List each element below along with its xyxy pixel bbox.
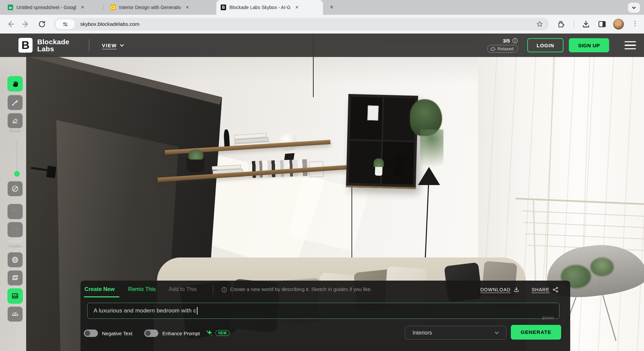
speed-badge-label: Relaxed	[497, 46, 514, 51]
download-icon	[514, 287, 519, 292]
url-text[interactable]: skybox.blockadelabs.com	[80, 21, 536, 27]
tab-add-to-this[interactable]: Add to This	[169, 286, 197, 292]
negative-text-label: Negative Text	[102, 331, 132, 336]
browser-tab-sheets[interactable]: Untitled spreadsheet - Googl ×	[3, 0, 103, 15]
forward-icon[interactable]	[21, 20, 30, 28]
svg-text:B: B	[222, 5, 225, 10]
active-tab-underline	[84, 296, 119, 297]
generate-button[interactable]: GENERATE	[511, 325, 561, 340]
tab-create-new[interactable]: Create New	[85, 286, 115, 292]
image-icon	[11, 292, 19, 300]
close-icon[interactable]: ×	[293, 4, 300, 11]
no-draw-tool-button[interactable]	[7, 181, 23, 196]
blockade-logo-text[interactable]: Blockade Labs	[37, 38, 69, 52]
browser-tab-blockade-active[interactable]: B Blockade Labs Skybox - AI-G ×	[216, 0, 323, 15]
info-icon[interactable]	[512, 38, 518, 44]
reload-icon[interactable]	[38, 20, 46, 28]
close-icon[interactable]: ×	[184, 4, 191, 11]
undo-icon	[11, 208, 19, 216]
blockade-labs-favicon: B	[220, 4, 226, 10]
google-slides-icon	[110, 4, 116, 10]
sphere-guide-button[interactable]	[7, 252, 23, 268]
guides-section-label: Guides	[7, 243, 23, 248]
toolbar-divider	[574, 21, 574, 27]
prompt-input-value: A luxurious and modern bedroom with c	[94, 307, 196, 314]
enhance-prompt-label: Enhance Prompt	[162, 331, 200, 336]
address-bar[interactable]: skybox.blockadelabs.com	[54, 18, 549, 31]
style-dropdown[interactable]: Interiors	[405, 326, 506, 340]
site-header: B Blockade Labs VIEW 3/5 Relaxed LOGIN S…	[0, 34, 644, 57]
prompt-panel: Create New Remix This Add to This Create…	[80, 281, 570, 351]
close-icon[interactable]: ×	[79, 4, 86, 11]
brush-size-slider-thumb[interactable]	[14, 171, 20, 177]
browser-tab-strip: Untitled spreadsheet - Googl × Interior …	[0, 0, 644, 15]
dome-icon	[11, 310, 19, 318]
bookmark-star-icon[interactable]	[536, 20, 543, 28]
hamburger-menu-icon[interactable]	[625, 41, 636, 50]
scene-wire	[352, 186, 352, 268]
pan-tool-button[interactable]	[7, 76, 23, 92]
signup-button[interactable]: SIGN UP	[569, 38, 609, 52]
scene-balcony-plant	[590, 257, 614, 276]
google-sheets-icon	[7, 4, 13, 10]
chevron-down-icon	[632, 5, 636, 10]
back-icon[interactable]	[6, 20, 15, 28]
redo-icon	[11, 226, 19, 234]
browser-toolbar: skybox.blockadelabs.com ⋮	[0, 15, 644, 34]
credits-counter: 3/5	[503, 38, 510, 44]
dome-guide-button[interactable]	[7, 306, 23, 322]
prompt-input[interactable]: A luxurious and modern bedroom with c	[87, 303, 559, 319]
globe-icon	[11, 256, 19, 264]
skybox-app-page: B Blockade Labs VIEW 3/5 Relaxed LOGIN S…	[0, 34, 644, 351]
tab-remix-this[interactable]: Remix This	[128, 286, 156, 292]
scene-plant-pot	[186, 158, 205, 172]
info-icon	[221, 287, 227, 293]
new-tab-button[interactable]: +	[327, 3, 336, 12]
header-divider	[89, 39, 89, 51]
brush-section-label: Brush	[7, 128, 23, 133]
scene-succulent	[189, 150, 203, 160]
tab-title: Blockade Labs Skybox - AI-G	[229, 5, 290, 10]
scene-unit-pot	[375, 166, 383, 176]
brush-icon	[11, 99, 19, 107]
eraser-tool-button[interactable]	[7, 113, 23, 128]
image-guide-button-active[interactable]	[7, 288, 23, 304]
cloud-icon	[490, 47, 495, 51]
download-link[interactable]: DOWNLOAD	[480, 287, 519, 292]
blockade-logo-mark[interactable]: B	[18, 38, 33, 53]
share-label: SHARE	[532, 287, 549, 292]
palette-divider	[8, 241, 22, 241]
slash-circle-icon	[11, 185, 19, 193]
cube-guide-button[interactable]	[7, 270, 23, 286]
view-label: VIEW	[102, 43, 117, 48]
enhance-prompt-toggle[interactable]	[144, 330, 158, 337]
download-label: DOWNLOAD	[480, 287, 511, 292]
tab-title: Untitled spreadsheet - Googl	[16, 5, 76, 10]
tab-search-button[interactable]	[628, 3, 640, 13]
scene-unit-sprig	[374, 158, 384, 167]
cube-icon	[11, 274, 19, 282]
scene-wall-lamp	[46, 166, 56, 178]
tab-title: Interior Design with Generativ	[119, 5, 181, 10]
tab-divider	[103, 4, 104, 10]
style-dropdown-value: Interiors	[413, 330, 432, 336]
undo-button[interactable]	[7, 204, 23, 219]
new-badge: NEW	[215, 330, 230, 336]
browser-menu-icon[interactable]: ⋮	[632, 19, 638, 27]
side-panel-icon[interactable]	[598, 20, 606, 28]
share-link[interactable]: SHARE	[532, 287, 558, 293]
download-toolbar-icon[interactable]	[582, 20, 590, 28]
text-caret	[197, 307, 198, 314]
extensions-icon[interactable]	[557, 20, 566, 29]
brush-tool-button[interactable]	[7, 95, 23, 110]
redo-button[interactable]	[7, 222, 23, 237]
negative-text-toggle[interactable]	[84, 330, 98, 337]
profile-avatar[interactable]	[613, 19, 624, 30]
hand-icon	[11, 80, 19, 88]
browser-tab-slides[interactable]: Interior Design with Generativ ×	[106, 0, 205, 15]
scene-unit-frame	[367, 105, 379, 120]
speed-mode-badge[interactable]: Relaxed	[487, 45, 518, 53]
site-info-button[interactable]	[55, 19, 75, 29]
login-button[interactable]: LOGIN	[527, 38, 564, 52]
view-menu[interactable]: VIEW	[102, 43, 124, 48]
